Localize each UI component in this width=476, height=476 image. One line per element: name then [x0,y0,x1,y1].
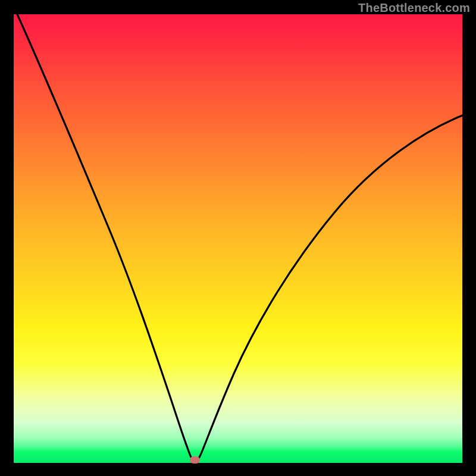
watermark-label: TheBottleneck.com [358,1,470,15]
plot-area [14,14,462,463]
bottleneck-curve [17,14,462,462]
min-point-marker [190,456,200,464]
chart-frame: TheBottleneck.com [0,0,476,476]
curve-svg [14,14,462,463]
